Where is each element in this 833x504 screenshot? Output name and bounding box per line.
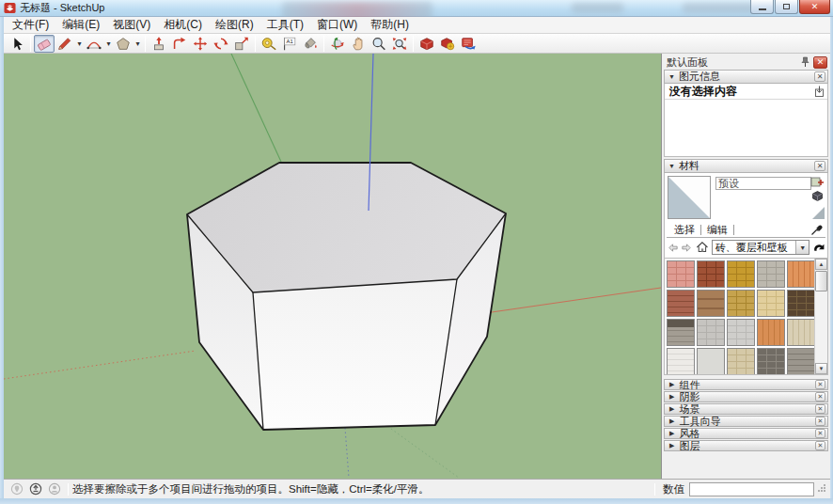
select-tool-button[interactable] [7,35,27,53]
scroll-down-button[interactable]: ▼ [815,363,827,374]
menu-item-2[interactable]: 视图(V) [106,16,157,34]
forward-arrow-icon[interactable] [681,242,692,254]
section-close-button[interactable]: ✕ [815,417,825,426]
secondary-pane-icon[interactable] [812,241,825,254]
materials-header[interactable]: ▼ 材料 ✕ [664,159,828,173]
menu-item-4[interactable]: 绘图(R) [209,16,260,34]
close-button[interactable]: ✕ [799,0,830,14]
arc-tool-button[interactable] [84,35,104,53]
prism-front-face[interactable] [253,279,457,430]
menu-item-7[interactable]: 帮助(H) [364,16,416,34]
back-arrow-icon[interactable] [668,242,679,254]
maximize-button[interactable] [775,0,798,14]
claim-credit-icon[interactable] [29,482,42,496]
material-preview-thumbnail[interactable] [668,176,711,219]
section-close-button[interactable]: ✕ [815,404,825,414]
pin-icon[interactable] [800,56,810,68]
menu-item-3[interactable]: 相机(C) [157,16,209,34]
minimize-button[interactable] [750,0,774,14]
material-swatch-golden-brick[interactable] [727,260,755,288]
get-models-tool-button[interactable] [416,35,437,53]
menu-item-1[interactable]: 编辑(E) [55,16,106,34]
drawing-canvas[interactable] [4,54,661,479]
section-close-button[interactable]: ✕ [815,429,825,438]
zoom-extents-tool-button[interactable] [389,35,410,53]
collapsed-section-4[interactable]: ▶风格✕ [664,428,828,439]
pan-tool-button[interactable] [348,35,369,53]
sample-paint-eyedropper-icon[interactable] [810,223,824,236]
section-close-button[interactable]: ✕ [815,441,825,450]
text-tool-button[interactable]: A1 [279,35,300,53]
material-swatch-dark-brown-brick[interactable] [787,290,814,317]
shapes-tool-button[interactable] [113,35,134,53]
rotate-tool-button[interactable] [211,35,231,53]
material-swatch-orange-board-vertical[interactable] [757,319,785,346]
materials-close-button[interactable]: ✕ [814,161,825,171]
dropdown-arrow-icon[interactable]: ▼ [795,241,809,254]
move-tool-button[interactable] [190,35,211,53]
material-swatch-red-stacked-stone[interactable] [667,290,695,317]
material-swatch-gray-brick[interactable] [787,348,814,374]
resize-grip[interactable] [817,483,826,495]
material-category-dropdown[interactable]: 砖、覆层和壁板 ▼ [712,240,809,255]
material-swatch-gray-stone-block[interactable] [757,260,785,288]
section-close-button[interactable]: ✕ [815,392,825,402]
offset-tool-button[interactable] [169,35,190,53]
hexagonal-prism[interactable] [187,163,506,430]
scroll-up-button[interactable]: ▲ [815,259,827,270]
text-icon: A1 [281,36,298,52]
scrollbar-thumb[interactable] [815,271,827,291]
material-swatch-plain-light-gray[interactable] [697,348,725,374]
push-pull-tool-button[interactable] [149,35,169,53]
collapsed-section-3[interactable]: ▶工具向导✕ [664,416,828,427]
menu-item-6[interactable]: 窗口(W) [310,16,364,34]
shapes-tool-dropdown[interactable]: ▾ [134,35,142,53]
line-tool-dropdown[interactable]: ▾ [75,35,84,53]
collapsed-section-2[interactable]: ▶场景✕ [664,403,828,415]
share-model-tool-button[interactable] [437,35,458,53]
extension-warehouse-tool-button[interactable] [458,35,479,53]
entity-info-header[interactable]: ▼ 图元信息 ✕ [664,70,828,84]
material-swatch-capped-stone-wall[interactable] [667,319,695,346]
sign-in-user-icon[interactable] [48,482,61,496]
collapsed-section-1[interactable]: ▶阴影✕ [664,391,828,402]
material-swatch-red-brown-brick[interactable] [697,260,725,288]
section-close-button[interactable]: ✕ [815,380,825,389]
arc-tool-dropdown[interactable]: ▾ [104,35,113,53]
swatch-scrollbar[interactable]: ▲ ▼ [814,259,827,374]
orbit-tool-button[interactable] [327,35,348,53]
tape-measure-tool-button[interactable] [259,35,279,53]
material-swatch-light-tan-brick[interactable] [757,290,785,317]
material-swatch-white-siding-horizontal[interactable] [667,348,695,374]
menu-item-5[interactable]: 工具(T) [260,16,310,34]
geolocation-icon[interactable] [10,482,24,496]
zoom-tool-button[interactable] [369,35,389,53]
collapsed-section-5[interactable]: ▶图层✕ [664,440,828,451]
set-default-material-button[interactable] [809,189,825,203]
eraser-tool-button[interactable] [34,35,55,53]
material-swatch-light-gray-pavers[interactable] [697,319,725,346]
tab-select[interactable]: 选择 [668,223,700,237]
material-swatch-brown-siding-horizontal[interactable] [697,290,725,317]
home-icon[interactable] [696,241,709,254]
material-swatch-orange-siding-vertical[interactable] [787,260,814,288]
material-swatch-salmon-brick[interactable] [667,260,695,288]
create-material-button[interactable] [809,175,825,189]
preview-resize-corner[interactable] [812,207,825,219]
tab-edit[interactable]: 编辑 [701,223,733,237]
entity-info-close-button[interactable]: ✕ [814,71,825,82]
material-swatch-beige-siding-vertical[interactable] [787,319,814,346]
menu-item-0[interactable]: 文件(F) [6,16,55,34]
measurement-input[interactable] [689,482,814,496]
scale-tool-button[interactable] [231,35,252,53]
paint-bucket-tool-button[interactable] [300,35,321,53]
tray-close-button[interactable]: ✕ [813,56,827,69]
material-swatch-tan-stone-block[interactable] [727,290,755,317]
material-swatch-gray-concrete-block[interactable] [727,319,755,346]
entity-details-icon[interactable] [814,86,825,98]
line-tool-button[interactable] [55,35,75,53]
material-name-field[interactable] [715,177,811,190]
material-swatch-dark-gray-stone[interactable] [757,348,785,374]
collapsed-section-0[interactable]: ▶组件✕ [664,379,828,390]
material-swatch-beige-stone[interactable] [727,348,755,374]
